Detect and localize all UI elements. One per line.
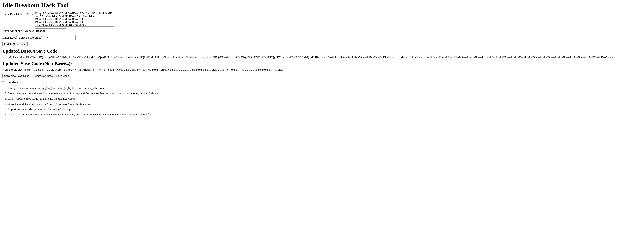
copy-buttons-row: Copy New Save Code Copy Non-Base64 Save … [2,74,642,78]
instruction-item: (EXTRA) If you are using the non base64 … [8,112,642,117]
base64-output-section: Updated Base64 Save Code: NzUsMTAwMDAwLD… [2,48,642,59]
page-title: Idle Breakout Hack Tool [2,2,642,9]
save-code-label: Enter Base64 Save Code: [2,12,34,16]
level-row: Enter Level (don't go too crazy): [2,35,642,40]
update-save-code-button[interactable]: Update Save Code [2,42,28,46]
nonbase64-output-section: Updated Save Code (Non-Base64): 75,10000… [2,61,642,72]
level-label: Enter Level (don't go too crazy): [2,35,44,40]
save-code-input[interactable]: MiwyLDAsMCwwLDAsMCwwLDAsMCwwLDAsMSwxLDAs… [35,12,114,26]
instruction-item: Paste the save code and enter both the n… [8,91,642,96]
level-input[interactable] [44,35,76,40]
instructions-section: Instructions: Find your current save cod… [2,81,642,117]
copy-nonbase64-button[interactable]: Copy Non-Base64 Save Code [33,74,71,78]
instructions-list: Find your current save code by going to:… [8,86,642,117]
updated-nonbase64-value: 75,100000,1,2,1,4148,59015,20390,5,76,2,… [2,68,642,72]
updated-base64-title: Updated Base64 Save Code: [2,48,642,54]
instruction-item: Find your current save code by going to:… [8,86,642,91]
save-code-row: Enter Base64 Save Code: MiwyLDAsMCwwLDAs… [2,12,642,26]
updated-nonbase64-title: Updated Save Code (Non-Base64): [2,61,642,66]
money-label: Enter Amount of Money: [2,28,34,33]
instruction-item: Copy the updated code using the "Copy Ne… [8,101,642,107]
instructions-title: Instructions: [2,81,642,84]
money-input[interactable] [35,28,66,33]
instruction-item: Import the new code by going to: Setting… [8,107,642,112]
update-btn-row: Update Save Code [2,42,642,46]
instruction-item: Click "Update Save Code" to generate the… [8,96,642,101]
copy-new-save-code-button[interactable]: Copy New Save Code [2,74,31,78]
money-row: Enter Amount of Money: [2,28,642,33]
updated-base64-value: NzUsMTAwMDAwLDEsMiwxLDQxNDgsNTkwMTUsMjAz… [2,56,642,59]
